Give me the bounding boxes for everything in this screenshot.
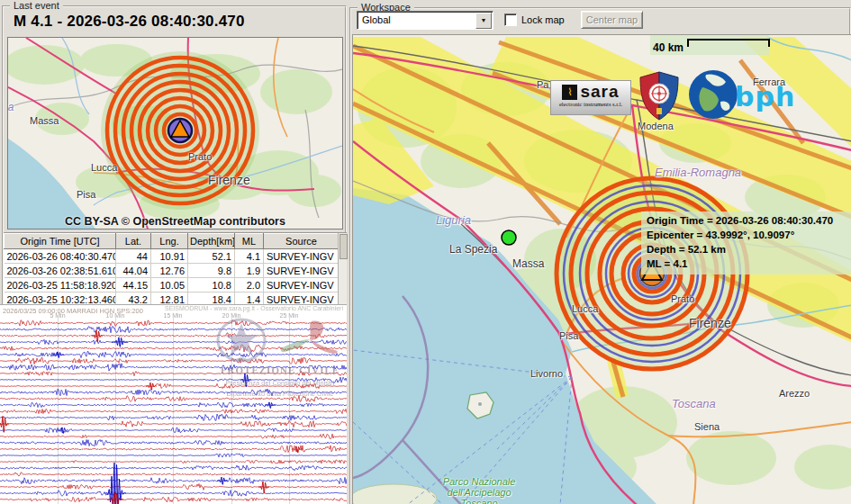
cell-lat: 44.15 xyxy=(116,278,151,292)
col-source[interactable]: Source xyxy=(264,234,339,249)
cell-lng: 12.76 xyxy=(151,264,188,278)
map-label-toscana: Toscana xyxy=(672,397,716,410)
info-epicenter: Epicenter = 43.9992°, 10.9097° xyxy=(647,228,851,242)
workspace-select-value: Global xyxy=(362,14,391,25)
cell-origin: 2026-03-25 11:58:18.920 xyxy=(5,278,116,292)
cell-source: SURVEY-INGV xyxy=(264,278,339,292)
pc-line2: Dipartimento della Protezione Civile xyxy=(214,390,346,398)
map-label-lucca: Lucca xyxy=(572,303,598,314)
info-depth: Depth = 52.1 km xyxy=(647,242,851,256)
col-origin-time[interactable]: Origin Time [UTC] xyxy=(5,234,116,249)
table-header-row: Origin Time [UTC] Lat. Lng. Depth[km] ML… xyxy=(5,234,339,249)
table-scrollbar[interactable] xyxy=(338,233,347,309)
info-magnitude: ML = 4.1 xyxy=(647,256,851,271)
map-label-siena: Siena xyxy=(694,421,720,432)
pc-title: PROTEZIONE CIVILE xyxy=(214,364,346,375)
table-row[interactable]: 2026-03-26 08:40:30.470 44 10.91 52.1 4.… xyxy=(5,249,339,264)
mini-map[interactable]: ia Massa Lucca Pisa Prato Firenze CC BY-… xyxy=(7,37,343,230)
seismodrum-watermark: SEISMODRUM - www.sara.pg.it - Osservator… xyxy=(165,305,343,311)
cell-origin: 2026-03-26 08:40:30.470 xyxy=(5,249,116,264)
protezione-civile-watermark: PROTEZIONE CIVILE Presidenza del Consigl… xyxy=(214,318,346,408)
main-map[interactable]: 40 km ⌇ sara electronic instruments s.r.… xyxy=(352,34,851,504)
map-label-firenze: Firenze xyxy=(689,316,731,330)
map-label-pisa: Pisa xyxy=(559,330,578,341)
cell-depth: 52.1 xyxy=(188,249,235,264)
epicenter-marker-mini[interactable] xyxy=(168,119,192,142)
map-label-liguria: Liguria xyxy=(436,213,471,227)
cell-lat: 44 xyxy=(116,249,151,264)
sara-logo: ⌇ sara electronic instruments s.r.l. xyxy=(550,80,631,115)
cell-origin: 2026-03-26 02:38:51.610 xyxy=(5,264,116,278)
parco-line2: dell'Arcipelago xyxy=(447,487,511,498)
map-label-parco: Parco Nazionale dell'Arcipelago Toscano xyxy=(430,476,529,504)
table-row[interactable]: 2026-03-26 02:38:51.610 44.04 12.76 9.8 … xyxy=(5,264,339,278)
app-window: Last event M 4.1 - 2026-03-26 08:40:30.4… xyxy=(0,0,851,504)
minute-label: 5 Min xyxy=(44,312,71,319)
cell-depth: 10.8 xyxy=(188,278,235,292)
col-lng[interactable]: Lng. xyxy=(151,234,188,249)
lock-map-label: Lock map xyxy=(521,14,565,26)
col-lat[interactable]: Lat. xyxy=(116,234,151,249)
map-label-prato: Prato xyxy=(188,151,212,162)
map-label-lucca: Lucca xyxy=(91,162,117,173)
scale-label: 40 km xyxy=(653,41,684,54)
cell-source: SURVEY-INGV xyxy=(264,264,339,278)
minute-label: 15 Min xyxy=(159,312,186,319)
map-label-firenze: Firenze xyxy=(208,173,250,187)
table-row[interactable]: 2026-03-25 11:58:18.920 44.15 10.05 10.8… xyxy=(5,278,339,292)
workspace-select[interactable]: Global ▼ xyxy=(357,11,493,30)
last-event-group: Last event M 4.1 - 2026-03-26 08:40:30.4… xyxy=(2,5,347,306)
map-label-emilia-romagna: Emilia-Romagna xyxy=(655,166,741,179)
station-marker[interactable] xyxy=(502,230,516,245)
map-label-livorno: Livorno xyxy=(530,368,563,379)
cell-ml: 2.0 xyxy=(235,278,264,292)
map-label-arezzo: Arezzo xyxy=(779,388,810,399)
col-ml[interactable]: ML xyxy=(235,234,264,249)
crest-logo xyxy=(638,70,680,122)
sara-logo-text: sara xyxy=(580,84,619,100)
info-origin-time: Origin Time = 2026-03-26 08:40:30.470 xyxy=(647,213,851,228)
map-label-massa: Massa xyxy=(30,115,59,126)
scale-bar: 40 km xyxy=(650,35,769,55)
scrollbar-thumb[interactable] xyxy=(339,234,348,259)
last-event-title: M 4.1 - 2026-03-26 08:40:30.470 xyxy=(14,13,245,31)
map-label-ferrara: Ferrara xyxy=(753,76,785,87)
cell-source: SURVEY-INGV xyxy=(264,249,339,264)
osm-attribution: CC BY-SA © OpenStreetMap contributors xyxy=(8,215,342,228)
lock-map-checkbox[interactable] xyxy=(504,14,517,26)
event-info-box: Origin Time = 2026-03-26 08:40:30.470 Ep… xyxy=(641,212,851,274)
cell-ml: 1.9 xyxy=(235,264,264,278)
scale-bracket xyxy=(687,39,770,47)
map-label-parma: Pa xyxy=(537,79,548,90)
sara-logo-subtext: electronic instruments s.r.l. xyxy=(551,101,630,107)
cell-depth: 9.8 xyxy=(188,264,235,278)
bph-globe-logo xyxy=(689,70,738,119)
center-map-button-label: Center map xyxy=(586,14,638,25)
chevron-down-icon[interactable]: ▼ xyxy=(475,13,492,29)
waveform-icon: ⌇ xyxy=(562,85,577,100)
col-depth[interactable]: Depth[km] xyxy=(188,234,235,249)
minute-label: 10 Min xyxy=(102,312,129,319)
map-label-la-spezia: La Spezia xyxy=(449,243,497,256)
map-label-liguria-partial: ia xyxy=(7,101,14,113)
last-event-group-label: Last event xyxy=(10,0,63,12)
protezione-civile-emblem xyxy=(214,318,346,363)
parco-line1: Parco Nazionale xyxy=(443,476,516,487)
cell-lng: 10.05 xyxy=(151,278,188,292)
cell-ml: 4.1 xyxy=(235,249,264,264)
cell-lng: 10.91 xyxy=(151,249,188,264)
cell-lat: 44.04 xyxy=(116,264,151,278)
map-label-pisa: Pisa xyxy=(77,189,95,200)
helicorder-panel: SEISMODRUM - www.sara.pg.it - Osservator… xyxy=(0,304,347,504)
mini-map-canvas xyxy=(8,38,342,229)
map-label-massa: Massa xyxy=(512,257,544,270)
events-table: Origin Time [UTC] Lat. Lng. Depth[km] ML… xyxy=(4,232,347,309)
map-label-modena: Modena xyxy=(638,121,674,131)
map-label-prato: Prato xyxy=(671,293,694,304)
pc-line1: Presidenza del Consiglio dei Ministri xyxy=(214,379,346,387)
center-map-button[interactable]: Center map xyxy=(581,11,643,29)
parco-line3: Toscano xyxy=(460,498,497,504)
